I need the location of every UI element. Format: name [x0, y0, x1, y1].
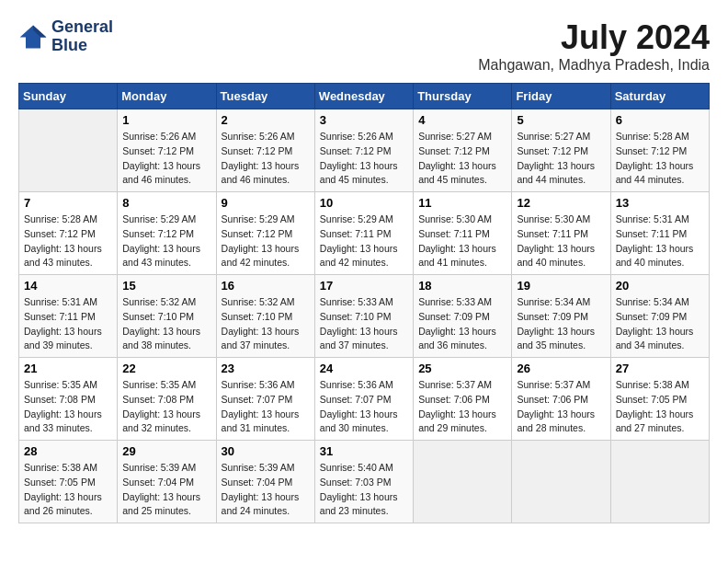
daylight-text: Daylight: 13 hours and 37 minutes. — [222, 325, 310, 354]
sunset-text: Sunset: 7:06 PM — [418, 393, 506, 408]
sunset-text: Sunset: 7:08 PM — [24, 393, 112, 408]
day-info: Sunrise: 5:26 AM Sunset: 7:12 PM Dayligh… — [122, 130, 210, 188]
calendar-cell: 13 Sunrise: 5:31 AM Sunset: 7:11 PM Dayl… — [610, 192, 709, 275]
sunset-text: Sunset: 7:12 PM — [418, 144, 506, 159]
calendar-cell: 20 Sunrise: 5:34 AM Sunset: 7:09 PM Dayl… — [610, 275, 709, 358]
sunset-text: Sunset: 7:12 PM — [122, 227, 210, 242]
sunset-text: Sunset: 7:11 PM — [616, 227, 704, 242]
sunrise-text: Sunrise: 5:28 AM — [616, 130, 704, 144]
calendar-cell: 5 Sunrise: 5:27 AM Sunset: 7:12 PM Dayli… — [512, 109, 610, 192]
sunrise-text: Sunrise: 5:29 AM — [222, 213, 310, 227]
sunrise-text: Sunrise: 5:29 AM — [320, 213, 408, 227]
calendar-cell: 8 Sunrise: 5:29 AM Sunset: 7:12 PM Dayli… — [118, 192, 216, 275]
logo-icon — [18, 24, 48, 50]
day-number: 16 — [222, 279, 310, 293]
weekday-header-saturday: Saturday — [610, 84, 709, 109]
daylight-text: Daylight: 13 hours and 41 minutes. — [418, 242, 506, 271]
calendar-cell: 24 Sunrise: 5:36 AM Sunset: 7:07 PM Dayl… — [314, 358, 413, 441]
daylight-text: Daylight: 13 hours and 27 minutes. — [616, 408, 704, 437]
calendar-cell: 10 Sunrise: 5:29 AM Sunset: 7:11 PM Dayl… — [314, 192, 413, 275]
weekday-header-wednesday: Wednesday — [314, 84, 413, 109]
sunset-text: Sunset: 7:12 PM — [222, 144, 310, 159]
daylight-text: Daylight: 13 hours and 28 minutes. — [517, 408, 605, 437]
calendar-cell — [512, 441, 610, 523]
day-number: 14 — [24, 279, 112, 293]
daylight-text: Daylight: 13 hours and 43 minutes. — [122, 242, 210, 271]
sunset-text: Sunset: 7:11 PM — [517, 227, 605, 242]
day-number: 11 — [418, 196, 506, 210]
day-number: 8 — [122, 196, 210, 210]
sunrise-text: Sunrise: 5:39 AM — [122, 461, 210, 476]
logo-text: General Blue — [51, 18, 113, 55]
day-info: Sunrise: 5:35 AM Sunset: 7:08 PM Dayligh… — [122, 378, 210, 436]
day-number: 18 — [418, 279, 506, 293]
day-info: Sunrise: 5:30 AM Sunset: 7:11 PM Dayligh… — [418, 213, 506, 270]
day-number: 22 — [122, 362, 210, 375]
calendar-week-1: 1 Sunrise: 5:26 AM Sunset: 7:12 PM Dayli… — [19, 109, 710, 192]
sunrise-text: Sunrise: 5:30 AM — [418, 213, 506, 227]
day-number: 25 — [418, 362, 506, 375]
sunrise-text: Sunrise: 5:26 AM — [222, 130, 310, 144]
sunrise-text: Sunrise: 5:35 AM — [122, 378, 210, 393]
calendar-cell: 14 Sunrise: 5:31 AM Sunset: 7:11 PM Dayl… — [19, 275, 118, 358]
calendar-cell: 7 Sunrise: 5:28 AM Sunset: 7:12 PM Dayli… — [19, 192, 118, 275]
day-info: Sunrise: 5:30 AM Sunset: 7:11 PM Dayligh… — [517, 213, 605, 270]
day-number: 12 — [517, 196, 605, 210]
daylight-text: Daylight: 13 hours and 45 minutes. — [418, 159, 506, 189]
calendar-cell: 4 Sunrise: 5:27 AM Sunset: 7:12 PM Dayli… — [414, 109, 512, 192]
sunset-text: Sunset: 7:10 PM — [320, 310, 408, 325]
calendar-cell: 25 Sunrise: 5:37 AM Sunset: 7:06 PM Dayl… — [414, 358, 512, 441]
day-info: Sunrise: 5:29 AM Sunset: 7:12 PM Dayligh… — [222, 213, 310, 270]
day-info: Sunrise: 5:27 AM Sunset: 7:12 PM Dayligh… — [418, 130, 506, 188]
sunrise-text: Sunrise: 5:38 AM — [616, 378, 704, 393]
sunset-text: Sunset: 7:11 PM — [24, 310, 112, 325]
calendar-week-2: 7 Sunrise: 5:28 AM Sunset: 7:12 PM Dayli… — [19, 192, 710, 275]
daylight-text: Daylight: 13 hours and 36 minutes. — [418, 325, 506, 354]
daylight-text: Daylight: 13 hours and 40 minutes. — [616, 242, 704, 271]
day-number: 30 — [222, 444, 310, 458]
sunset-text: Sunset: 7:12 PM — [122, 144, 210, 159]
day-info: Sunrise: 5:38 AM Sunset: 7:05 PM Dayligh… — [24, 461, 112, 519]
sunrise-text: Sunrise: 5:34 AM — [517, 295, 605, 310]
day-info: Sunrise: 5:32 AM Sunset: 7:10 PM Dayligh… — [122, 295, 210, 353]
day-number: 23 — [222, 362, 310, 375]
sunset-text: Sunset: 7:10 PM — [222, 310, 310, 325]
daylight-text: Daylight: 13 hours and 30 minutes. — [320, 408, 408, 437]
month-title: July 2024 — [478, 18, 710, 57]
day-info: Sunrise: 5:26 AM Sunset: 7:12 PM Dayligh… — [320, 130, 408, 188]
sunrise-text: Sunrise: 5:32 AM — [222, 295, 310, 310]
day-number: 26 — [517, 362, 605, 375]
day-info: Sunrise: 5:36 AM Sunset: 7:07 PM Dayligh… — [222, 378, 310, 436]
calendar-cell: 15 Sunrise: 5:32 AM Sunset: 7:10 PM Dayl… — [118, 275, 216, 358]
daylight-text: Daylight: 13 hours and 43 minutes. — [24, 242, 112, 271]
daylight-text: Daylight: 13 hours and 42 minutes. — [222, 242, 310, 271]
sunset-text: Sunset: 7:04 PM — [222, 476, 310, 490]
calendar-cell: 9 Sunrise: 5:29 AM Sunset: 7:12 PM Dayli… — [216, 192, 314, 275]
calendar-cell: 21 Sunrise: 5:35 AM Sunset: 7:08 PM Dayl… — [19, 358, 118, 441]
daylight-text: Daylight: 13 hours and 25 minutes. — [122, 490, 210, 520]
daylight-text: Daylight: 13 hours and 44 minutes. — [517, 159, 605, 189]
title-block: July 2024 Mahgawan, Madhya Pradesh, Indi… — [478, 18, 710, 74]
sunset-text: Sunset: 7:12 PM — [24, 227, 112, 242]
sunset-text: Sunset: 7:06 PM — [517, 393, 605, 408]
day-number: 5 — [517, 113, 605, 127]
calendar-body: 1 Sunrise: 5:26 AM Sunset: 7:12 PM Dayli… — [19, 109, 710, 523]
logo: General Blue — [18, 18, 113, 55]
calendar-cell: 30 Sunrise: 5:39 AM Sunset: 7:04 PM Dayl… — [216, 441, 314, 523]
day-number: 15 — [122, 279, 210, 293]
day-number: 9 — [222, 196, 310, 210]
calendar-cell: 29 Sunrise: 5:39 AM Sunset: 7:04 PM Dayl… — [118, 441, 216, 523]
sunset-text: Sunset: 7:07 PM — [320, 393, 408, 408]
sunset-text: Sunset: 7:03 PM — [320, 476, 408, 490]
calendar-header: SundayMondayTuesdayWednesdayThursdayFrid… — [19, 84, 710, 109]
location-title: Mahgawan, Madhya Pradesh, India — [478, 57, 710, 74]
sunrise-text: Sunrise: 5:32 AM — [122, 295, 210, 310]
day-info: Sunrise: 5:39 AM Sunset: 7:04 PM Dayligh… — [122, 461, 210, 519]
day-number: 10 — [320, 196, 408, 210]
weekday-header-sunday: Sunday — [19, 84, 118, 109]
daylight-text: Daylight: 13 hours and 24 minutes. — [222, 490, 310, 520]
day-info: Sunrise: 5:27 AM Sunset: 7:12 PM Dayligh… — [517, 130, 605, 188]
daylight-text: Daylight: 13 hours and 38 minutes. — [122, 325, 210, 354]
sunset-text: Sunset: 7:04 PM — [122, 476, 210, 490]
sunset-text: Sunset: 7:09 PM — [517, 310, 605, 325]
